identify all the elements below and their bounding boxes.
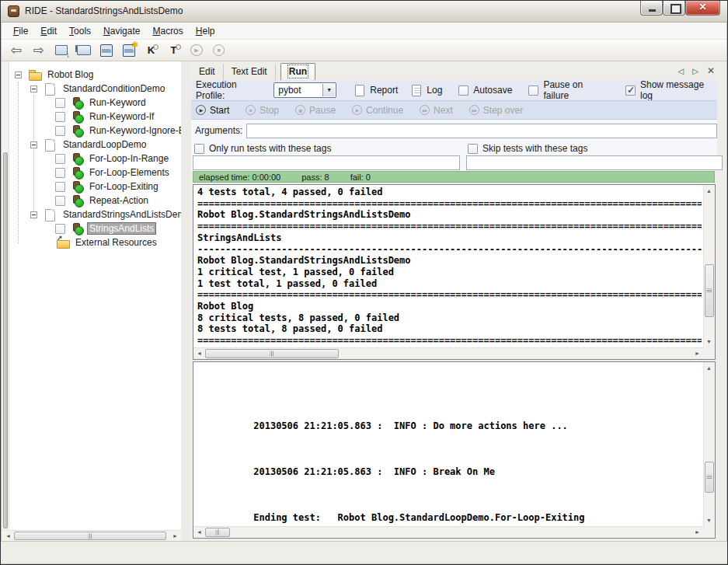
checkbox-box[interactable] (528, 85, 538, 96)
checkbox-box[interactable] (625, 85, 636, 96)
continue-button[interactable]: Continue (352, 105, 403, 116)
tree-item-label[interactable]: For-Loop-In-Range (87, 152, 171, 165)
menu-item[interactable]: Help (190, 24, 221, 38)
console-vertical-scrollbar[interactable]: ▲ ▼ (703, 185, 715, 347)
console-horizontal-scrollbar[interactable]: ◄ ► (193, 347, 703, 359)
message-log[interactable]: 20130506 21:21:05.863 : INFO : Do more a… (193, 361, 716, 539)
tree-item-label[interactable]: Robot Blog (45, 68, 96, 81)
step-over-button[interactable]: Step over (469, 105, 523, 116)
log-button[interactable]: Log (412, 85, 442, 96)
menu-item[interactable]: Tools (63, 24, 97, 38)
skip-tags-input[interactable] (466, 155, 723, 170)
tree-checkbox[interactable] (55, 112, 65, 122)
save-button[interactable] (96, 42, 116, 59)
minimize-button[interactable] (640, 1, 663, 16)
tree-item[interactable]: StandardLoopDemo (10, 138, 181, 152)
close-button[interactable] (685, 1, 720, 16)
title-bar[interactable]: RIDE - StandardStringsAndListsDemo (1, 1, 727, 23)
tree-item[interactable]: Repeat-Action (10, 194, 181, 208)
maximize-button[interactable] (663, 1, 685, 16)
tree-checkbox[interactable] (55, 168, 65, 178)
tree-item[interactable]: For-Loop-Elements (10, 166, 181, 180)
tree-vertical-scrollbar[interactable] (2, 61, 9, 530)
tree-item-label[interactable]: External Resources (73, 236, 159, 249)
tree-checkbox[interactable] (55, 98, 65, 108)
start-button[interactable]: Start (196, 105, 229, 116)
checkbox-box[interactable] (458, 85, 468, 96)
only-run-tags-checkbox[interactable]: Only run tests with these tags (194, 143, 331, 154)
tree-expander-icon[interactable] (15, 71, 22, 78)
scroll-left-icon[interactable]: ◄ (3, 531, 13, 541)
tree-item-label[interactable]: StandardStringsAndListsDemo (61, 208, 193, 221)
log-vertical-scrollbar[interactable]: ▲ ▼ (703, 362, 715, 526)
log-horizontal-scrollbar[interactable]: ◄ ► (193, 526, 703, 538)
menu-item[interactable]: Edit (34, 24, 63, 38)
tree-checkbox[interactable] (55, 126, 65, 136)
tree-item-label[interactable]: Run-Keyword (87, 96, 148, 109)
scroll-down-icon[interactable]: ▼ (704, 337, 714, 347)
show-message-log-checkbox[interactable]: Show message log (625, 79, 717, 101)
report-button[interactable]: Report (355, 85, 398, 96)
menu-item[interactable]: Macros (146, 24, 189, 38)
tab-text-edit[interactable]: Text Edit (224, 64, 276, 80)
save-all-button[interactable] (119, 42, 138, 59)
autosave-checkbox[interactable]: Autosave (458, 79, 512, 101)
scroll-right-icon[interactable]: ► (170, 531, 180, 541)
tree-vscroll-thumb[interactable] (3, 152, 8, 528)
checkbox-box[interactable] (468, 144, 478, 154)
tree-expander-icon[interactable] (30, 141, 37, 148)
skip-tags-checkbox[interactable]: Skip tests with these tags (468, 143, 587, 154)
tree-item[interactable]: Run-Keyword (10, 96, 181, 110)
pause-on-failure-checkbox[interactable]: Pause on failure (528, 79, 609, 101)
tree-item-label[interactable]: StandardConditionDemo (61, 82, 167, 95)
panel-splitter[interactable] (181, 61, 191, 541)
next-button[interactable]: Next (420, 105, 453, 116)
tree-item[interactable]: StandardStringsAndListsDemo (10, 208, 181, 221)
tree-item-label[interactable]: For-Loop-Elements (87, 166, 172, 179)
tree-checkbox[interactable] (55, 154, 65, 164)
search-keywords-button[interactable] (141, 42, 161, 59)
tree-item-label[interactable]: Repeat-Action (87, 194, 151, 207)
tree-item-label[interactable]: Run-Keyword-If (87, 110, 156, 123)
scroll-right-icon[interactable]: ► (692, 527, 702, 537)
log-hscroll-thumb[interactable] (205, 528, 230, 537)
stop-running-button[interactable] (209, 42, 228, 59)
scroll-down-icon[interactable]: ▼ (704, 515, 714, 525)
scroll-left-icon[interactable]: ◄ (194, 348, 204, 358)
checkbox-box[interactable] (194, 144, 204, 154)
scroll-right-icon[interactable]: ► (692, 348, 702, 358)
tree-item[interactable]: For-Loop-In-Range (10, 152, 181, 166)
scroll-up-icon[interactable]: ▲ (704, 186, 714, 196)
menu-item[interactable]: File (7, 24, 34, 38)
tab-edit[interactable]: Edit (191, 64, 224, 80)
tree-item[interactable]: Run-Keyword-If (10, 110, 181, 124)
tree-item[interactable]: For-Loop-Exiting (10, 180, 181, 194)
console-vscroll-thumb[interactable] (705, 264, 714, 317)
tree-expander-icon[interactable] (30, 85, 37, 92)
prev-tab-icon[interactable]: ◁ (678, 67, 684, 75)
scroll-up-icon[interactable]: ▲ (704, 363, 714, 373)
back-button[interactable] (6, 42, 26, 59)
run-tests-button[interactable] (186, 42, 206, 59)
tab-run[interactable]: Run (280, 63, 315, 80)
tree-item-label[interactable]: For-Loop-Exiting (87, 180, 161, 193)
tree-item[interactable]: StringsAndLists (10, 221, 181, 235)
pause-button[interactable]: Pause (295, 105, 336, 116)
menu-item[interactable]: Navigate (97, 24, 146, 38)
tree-checkbox[interactable] (55, 196, 65, 206)
tree-hscroll-thumb[interactable] (14, 532, 166, 540)
console-output[interactable]: 4 tests total, 4 passed, 0 failed ======… (193, 184, 716, 360)
arguments-input[interactable] (246, 124, 717, 138)
forward-button[interactable] (29, 42, 48, 59)
only-run-tags-input[interactable] (193, 155, 460, 170)
tree-item-label[interactable]: StringsAndLists (87, 222, 156, 235)
tree-checkbox[interactable] (55, 224, 65, 234)
tree-item[interactable]: StandardConditionDemo (10, 82, 181, 96)
open-directory-button[interactable] (74, 42, 93, 59)
console-hscroll-thumb[interactable] (205, 349, 339, 358)
execution-profile-select[interactable]: pybot ▼ (273, 82, 336, 98)
tree-horizontal-scrollbar[interactable]: ◄ ► (2, 530, 181, 541)
next-tab-icon[interactable]: ▷ (692, 67, 698, 75)
tree-item-label[interactable]: StandardLoopDemo (61, 138, 148, 151)
tree-item[interactable]: Robot Blog (10, 68, 181, 82)
